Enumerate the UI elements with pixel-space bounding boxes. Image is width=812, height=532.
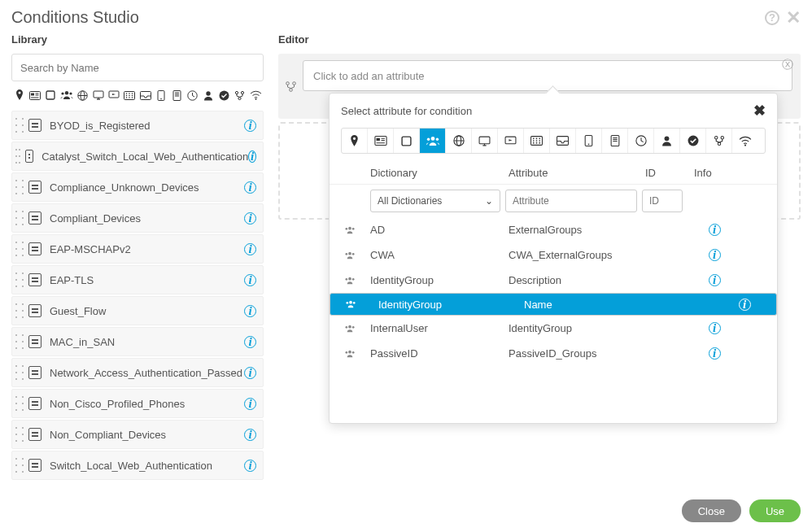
info-icon[interactable]: i	[244, 460, 256, 472]
info-icon[interactable]: i	[244, 398, 256, 410]
group-icon	[345, 300, 371, 308]
pin-icon[interactable]	[342, 129, 368, 153]
check-circle-icon[interactable]	[680, 129, 706, 153]
drag-handle-icon[interactable]	[15, 303, 24, 318]
info-icon[interactable]: i	[244, 429, 256, 441]
library-item[interactable]: Catalyst_Switch_Local_Web_Authentication…	[11, 142, 264, 171]
user-icon[interactable]	[654, 129, 680, 153]
library-item[interactable]: Network_Access_Authentication_Passed i	[11, 358, 264, 387]
library-item[interactable]: MAC_in_SAN i	[11, 327, 264, 356]
globe-icon[interactable]	[75, 88, 90, 102]
svg-point-35	[220, 90, 229, 100]
inbox-icon[interactable]	[550, 129, 576, 153]
info-icon[interactable]: i	[248, 150, 256, 163]
group-icon[interactable]	[59, 88, 74, 102]
drag-handle-icon[interactable]	[15, 396, 24, 411]
drag-handle-icon[interactable]	[15, 427, 24, 442]
hierarchy-icon[interactable]	[706, 129, 732, 153]
attribute-filter-input[interactable]	[505, 190, 637, 212]
library-item[interactable]: Switch_Local_Web_Authentication i	[11, 451, 264, 480]
attribute-row[interactable]: InternalUser IdentityGroup i	[330, 316, 777, 341]
drag-handle-icon[interactable]	[15, 118, 24, 133]
attribute-row[interactable]: PassiveID PassiveID_Groups i	[330, 341, 777, 366]
drag-handle-icon[interactable]	[15, 211, 24, 225]
drag-handle-icon[interactable]	[15, 458, 24, 473]
square-icon[interactable]	[43, 88, 59, 102]
library-item[interactable]: Non_Compliant_Devices i	[11, 420, 264, 449]
info-icon[interactable]: i	[244, 181, 256, 194]
globe-icon[interactable]	[446, 129, 472, 153]
check-circle-icon[interactable]	[216, 88, 232, 102]
drag-handle-icon[interactable]	[15, 365, 24, 380]
mobile-icon[interactable]	[576, 129, 602, 153]
drag-handle-icon[interactable]	[15, 149, 20, 164]
monitor-icon[interactable]	[472, 129, 498, 153]
use-button[interactable]: Use	[749, 499, 801, 522]
svg-point-20	[126, 94, 128, 96]
info-icon[interactable]: i	[244, 274, 256, 286]
close-icon[interactable]: ✖	[753, 102, 766, 120]
square-icon[interactable]	[394, 129, 420, 153]
attribute-row[interactable]: CWA CWA_ExternalGroups i	[330, 242, 777, 268]
card-icon[interactable]	[27, 88, 42, 102]
server-icon[interactable]	[602, 129, 628, 153]
info-icon[interactable]: i	[709, 347, 721, 360]
presentation-icon[interactable]	[106, 88, 121, 102]
card-icon[interactable]	[368, 129, 394, 153]
attribute-input[interactable]: Click to add an attribute ⓧ	[303, 60, 792, 91]
library-item[interactable]: EAP-TLS i	[11, 265, 264, 294]
close-button[interactable]: Close	[682, 499, 741, 522]
library-item[interactable]: Non_Cisco_Profiled_Phones i	[11, 389, 264, 418]
info-icon[interactable]: i	[244, 243, 256, 255]
group-icon[interactable]	[420, 129, 446, 153]
info-icon[interactable]: i	[709, 274, 721, 286]
hierarchy-icon[interactable]	[232, 88, 247, 102]
help-icon[interactable]: ?	[765, 11, 779, 25]
info-icon[interactable]: i	[709, 322, 721, 334]
presentation-icon[interactable]	[498, 129, 524, 153]
svg-point-22	[132, 94, 133, 96]
library-item[interactable]: Guest_Flow i	[11, 296, 264, 325]
library-item-label: Switch_Local_Web_Authentication	[50, 460, 244, 472]
wifi-icon[interactable]	[732, 129, 758, 153]
dictionary-select[interactable]: All Dictionaries⌄	[370, 190, 500, 212]
info-icon[interactable]: i	[709, 249, 721, 261]
server-icon[interactable]	[169, 88, 185, 102]
close-icon[interactable]: ✕	[786, 11, 801, 25]
drag-handle-icon[interactable]	[15, 242, 24, 256]
keypad-icon[interactable]	[524, 129, 550, 153]
monitor-icon[interactable]	[90, 88, 106, 102]
library-item[interactable]: EAP-MSCHAPv2 i	[11, 234, 264, 264]
svg-point-23	[126, 97, 128, 98]
id-filter-input[interactable]	[642, 190, 683, 212]
hierarchy-icon[interactable]	[278, 60, 303, 112]
inbox-icon[interactable]	[138, 88, 153, 102]
library-item[interactable]: Compliance_Unknown_Devices i	[11, 172, 264, 202]
info-icon[interactable]: i	[244, 120, 256, 132]
library-item[interactable]: Compliant_Devices i	[11, 203, 264, 233]
mobile-icon[interactable]	[153, 88, 168, 102]
row-attribute: PassiveID_Groups	[509, 347, 645, 360]
info-icon[interactable]: i	[739, 299, 751, 311]
clear-icon[interactable]: ⓧ	[782, 58, 793, 72]
attribute-row[interactable]: IdentityGroup Name i	[330, 293, 777, 316]
info-icon[interactable]: i	[244, 212, 256, 225]
clock-icon[interactable]	[628, 129, 654, 153]
info-icon[interactable]: i	[709, 224, 721, 236]
library-item[interactable]: BYOD_is_Registered i	[11, 111, 264, 140]
keypad-icon[interactable]	[122, 88, 138, 102]
clock-icon[interactable]	[185, 88, 200, 102]
svg-point-64	[536, 140, 538, 142]
info-icon[interactable]: i	[244, 305, 256, 317]
drag-handle-icon[interactable]	[15, 334, 24, 349]
info-icon[interactable]: i	[244, 367, 256, 379]
wifi-icon[interactable]	[248, 88, 264, 102]
search-input[interactable]	[11, 54, 264, 81]
drag-handle-icon[interactable]	[15, 180, 24, 194]
attribute-row[interactable]: AD ExternalGroups i	[330, 217, 777, 242]
pin-icon[interactable]	[11, 88, 27, 102]
attribute-row[interactable]: IdentityGroup Description i	[330, 268, 777, 293]
drag-handle-icon[interactable]	[15, 273, 24, 287]
user-icon[interactable]	[201, 88, 216, 102]
info-icon[interactable]: i	[244, 336, 256, 348]
